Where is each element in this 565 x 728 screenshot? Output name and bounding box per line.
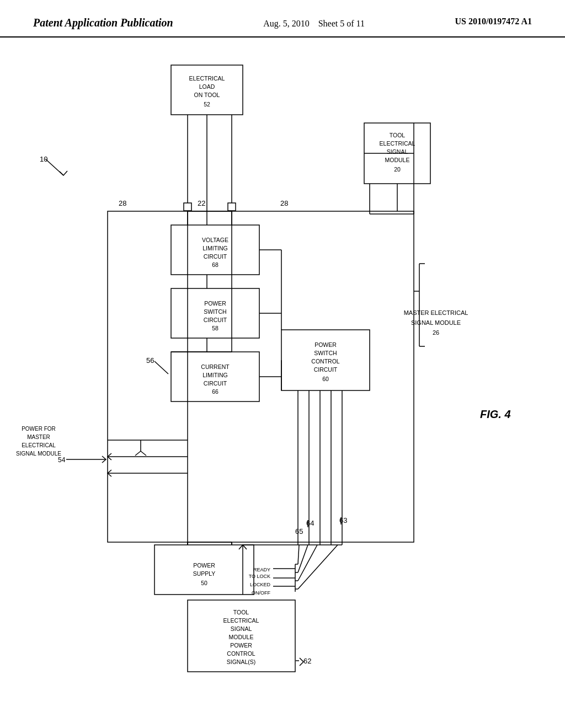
svg-text:26: 26 [433,329,439,336]
svg-text:ELECTRICAL: ELECTRICAL [22,442,56,448]
svg-line-101 [298,545,317,581]
system-ref-label: 10 [40,155,47,163]
svg-text:TO LOCK: TO LOCK [249,574,270,579]
svg-text:MODULE: MODULE [229,633,254,640]
sheet-info: Sheet 5 of 11 [318,19,365,28]
svg-text:LOCKED: LOCKED [250,582,271,587]
svg-text:60: 60 [322,375,329,382]
svg-text:54: 54 [58,456,66,464]
svg-text:CURRENT: CURRENT [201,363,230,370]
svg-text:28: 28 [280,199,288,207]
publication-date: Aug. 5, 2010 [263,19,310,28]
svg-text:SIGNAL(S): SIGNAL(S) [227,658,256,665]
svg-text:58: 58 [212,324,218,331]
svg-text:ON/OFF: ON/OFF [252,590,270,596]
svg-text:ELECTRICAL: ELECTRICAL [189,74,225,81]
svg-text:LIMITING: LIMITING [202,244,228,251]
svg-text:CIRCUIT: CIRCUIT [204,316,227,323]
svg-text:SIGNAL: SIGNAL [231,625,252,631]
svg-text:POWER: POWER [230,641,252,648]
svg-text:SUPPLY: SUPPLY [193,570,216,576]
patent-number: US 2010/0197472 A1 [455,17,532,26]
svg-text:62: 62 [303,657,311,665]
svg-text:POWER FOR: POWER FOR [22,425,56,431]
svg-text:SWITCH: SWITCH [314,349,337,356]
patent-diagram: text { font-family: Arial, sans-serif; f… [0,43,565,716]
svg-text:68: 68 [212,261,218,267]
svg-text:POWER: POWER [193,561,215,568]
svg-text:50: 50 [201,579,207,586]
svg-line-99 [298,545,299,564]
svg-text:ELECTRICAL: ELECTRICAL [380,140,415,146]
svg-text:VOLTAGE: VOLTAGE [202,236,228,243]
publication-title: Patent Application Publication [33,17,173,29]
svg-text:READY: READY [253,567,270,572]
svg-text:CIRCUIT: CIRCUIT [314,366,338,372]
svg-text:CIRCUIT: CIRCUIT [204,379,227,386]
svg-text:TOOL: TOOL [390,131,406,138]
svg-text:64: 64 [306,519,314,527]
svg-text:MASTER ELECTRICAL: MASTER ELECTRICAL [404,309,468,316]
svg-text:ON TOOL: ON TOOL [194,91,220,98]
svg-text:28: 28 [119,199,126,207]
page-header: Patent Application Publication Aug. 5, 2… [0,0,565,38]
svg-text:MASTER: MASTER [27,433,50,440]
svg-text:MODULE: MODULE [385,156,410,163]
svg-text:20: 20 [394,165,401,172]
svg-text:65: 65 [295,527,303,536]
svg-text:66: 66 [212,388,218,394]
svg-text:56: 56 [146,356,154,365]
svg-rect-17 [228,203,236,211]
svg-text:TOOL: TOOL [233,608,249,615]
svg-text:POWER: POWER [315,341,337,347]
svg-text:52: 52 [204,100,210,107]
svg-text:LOAD: LOAD [199,83,215,89]
diagram-area: text { font-family: Arial, sans-serif; f… [0,43,565,716]
svg-text:63: 63 [339,516,347,524]
svg-text:POWER: POWER [204,299,226,306]
svg-text:SIGNAL MODULE: SIGNAL MODULE [16,450,61,456]
svg-text:SIGNAL: SIGNAL [387,148,408,154]
svg-line-102 [298,545,338,589]
svg-text:CONTROL: CONTROL [311,357,339,364]
figure-label: FIG. 4 [480,408,511,420]
svg-text:SWITCH: SWITCH [204,308,226,314]
svg-text:LIMITING: LIMITING [202,371,228,378]
svg-text:SIGNAL MODULE: SIGNAL MODULE [411,319,461,326]
svg-text:ELECTRICAL: ELECTRICAL [223,617,259,623]
svg-text:22: 22 [198,199,205,207]
svg-rect-16 [184,203,191,211]
svg-line-100 [298,545,308,572]
header-center-info: Aug. 5, 2010 Sheet 5 of 11 [263,17,365,31]
svg-text:CIRCUIT: CIRCUIT [204,253,227,259]
svg-text:CONTROL: CONTROL [227,650,255,656]
